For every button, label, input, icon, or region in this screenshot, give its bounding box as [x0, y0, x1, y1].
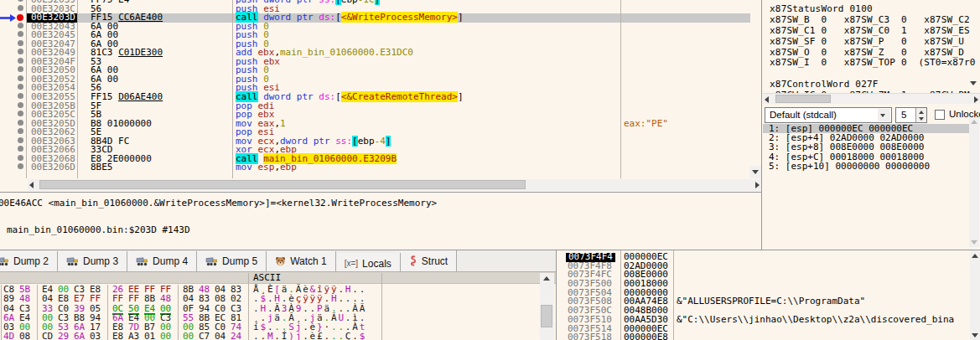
hex-byte: 08 — [19, 332, 30, 340]
dump-truck-icon — [66, 256, 79, 266]
tab-dump-4[interactable]: Dump 4 — [127, 251, 197, 272]
register-line: x87SW_O 0 x87SW_Z 0 x87SW_D — [770, 47, 980, 58]
arg-count-value: 5 — [901, 110, 906, 120]
breakpoint-dot[interactable] — [18, 128, 23, 134]
dump-icon-wrap — [66, 256, 79, 266]
hex-byte: 01 — [144, 332, 155, 340]
breakpoint-dot[interactable] — [18, 163, 23, 169]
instr-token: [ — [335, 12, 341, 23]
combo-dropdown-button[interactable] — [878, 109, 890, 121]
breakpoint-dot[interactable] — [18, 66, 23, 72]
chevron-left-icon — [29, 182, 34, 188]
watch-dog-icon — [275, 256, 286, 266]
instr-token: -4 — [375, 136, 386, 147]
column-divider[interactable] — [77, 0, 78, 178]
breakpoint-dot[interactable] — [18, 111, 23, 116]
breakpoint-dot[interactable] — [18, 93, 23, 99]
dump-vertical-scrollbar[interactable] — [540, 273, 554, 340]
breakpoint-dot[interactable] — [18, 84, 23, 90]
tab-dump-5[interactable]: Dump 5 — [197, 251, 267, 272]
registers-horizontal-scrollbar[interactable] — [763, 93, 980, 104]
stack-rows: 0073F4F4000000EC0073F4F802AD00000073F4FC… — [557, 253, 980, 340]
debugger-window: 00E32039FF75 E4push dword ptr ss:[ebp-1C… — [0, 0, 980, 340]
disasm-row[interactable]: 00E3206D8BE5mov esp,ebp — [0, 163, 761, 173]
argument-row[interactable]: 5: [esp+10] 00000000 00000000 — [763, 162, 971, 171]
stack-row[interactable]: 0073F4F802AD0000 — [557, 262, 980, 271]
tab-dump-2[interactable]: Dump 2 — [0, 251, 58, 272]
instr-token: ds: — [319, 12, 335, 23]
unlocked-checkbox[interactable] — [935, 110, 945, 120]
hex-byte: C7 — [199, 332, 210, 340]
column-divider[interactable] — [620, 0, 621, 178]
breakpoint-dot[interactable] — [18, 49, 23, 54]
tab-label: Dump 5 — [222, 255, 257, 267]
breakpoint-dot[interactable] — [18, 0, 23, 2]
stack-vertical-scrollbar[interactable] — [970, 250, 980, 340]
stack-row[interactable]: 0073F50800AA74E8&"ALLUSERSPROFILE=C:\\Pr… — [557, 297, 980, 307]
disasm-row[interactable]: 00E3205DB8 01000000mov eax,1eax:"PE" — [0, 120, 761, 129]
breakpoint-dot[interactable] — [18, 155, 23, 161]
disasm-row[interactable]: 00E32068E8 2E000000call main_bin_0106000… — [0, 155, 761, 164]
tab-watch-1[interactable]: Watch 1 — [267, 251, 336, 272]
breakpoint-dot[interactable] — [18, 58, 23, 64]
chevron-left-icon — [765, 96, 769, 103]
stack-row[interactable]: 0073F51000AA5D30&"C:\\Users\\jinhao\\Des… — [557, 316, 980, 325]
ascii-char: Ç — [345, 332, 351, 340]
breakpoint-dot[interactable] — [18, 120, 23, 126]
tab-struct[interactable]: Struct — [401, 250, 457, 271]
breakpoint-dot[interactable] — [18, 5, 23, 11]
instruction-text: call dword ptr ds:[<&WriteProcessMemory>… — [236, 13, 464, 23]
tab-bar: Dump 2Dump 3Dump 4Dump 5Watch 1[x=]Local… — [0, 250, 556, 272]
disasm-row[interactable]: 00E3205B5Fpop edi — [0, 102, 761, 111]
dump-panel: Dump 2Dump 3Dump 4Dump 5Watch 1[x=]Local… — [0, 250, 556, 340]
scrollbar-thumb[interactable] — [541, 305, 552, 327]
breakpoint-dot[interactable] — [18, 146, 23, 152]
ascii-char: . — [303, 332, 309, 340]
breakpoint-dot[interactable] — [17, 14, 23, 21]
tab-label: Struct — [422, 255, 448, 267]
instr-token: <&WriteProcessMemory> — [341, 12, 458, 23]
breakpoint-dot[interactable] — [18, 23, 23, 28]
breakpoint-dot[interactable] — [18, 102, 23, 108]
info-line-resolved-call: 00E46ACC <main_bin_01060000.&WriteProces… — [0, 198, 437, 209]
instr-token: ] — [386, 136, 391, 147]
scrollbar-thumb[interactable] — [775, 95, 831, 103]
breakpoint-dot[interactable] — [18, 40, 23, 46]
disasm-horizontal-scrollbar[interactable] — [28, 179, 761, 191]
stack-row[interactable]: 0073F514000000EC — [557, 325, 980, 334]
stack-row[interactable]: 0073F50000018000 — [557, 280, 980, 289]
argument-row[interactable]: 3: [esp+8] 008E0000 008E0000 — [763, 142, 971, 152]
disasm-vscroll-down-button[interactable] — [749, 166, 761, 178]
instruction-text: mov esp,ebp — [236, 163, 297, 173]
ascii-char: . — [331, 332, 337, 340]
instr-token: main_bin_01060000.E31DC0 — [280, 47, 413, 58]
calling-convention-select[interactable]: Default (stdcall) — [765, 107, 892, 123]
arg-count-spinner[interactable]: 5 — [895, 107, 927, 123]
scrollbar-thumb[interactable] — [39, 180, 526, 189]
tab-locals[interactable]: [x=]Locals — [336, 253, 401, 272]
comment-token: eax:"PE" — [624, 118, 668, 129]
breakpoint-dot[interactable] — [18, 31, 23, 37]
disasm-row[interactable]: 00E32055FF15 D06AE400call dword ptr ds:[… — [0, 93, 761, 102]
column-divider[interactable] — [232, 0, 233, 178]
stack-row[interactable]: 0073F4FC008E0000 — [557, 270, 980, 280]
column-divider[interactable] — [26, 0, 27, 178]
stack-row[interactable]: 0073F518000000E8 — [557, 333, 980, 340]
instr-token: [ — [352, 136, 358, 147]
disasm-row[interactable]: 00E320638B4D FCmov ecx,dword ptr ss:[ebp… — [0, 137, 761, 147]
breakpoint-dot[interactable] — [18, 75, 23, 81]
stack-address: 0073F518 — [568, 333, 612, 340]
ascii-char: è — [310, 332, 316, 340]
disasm-row[interactable]: 00E3204981C3 C01DE300add ebx,main_bin_01… — [0, 49, 761, 58]
hex-byte: 00 — [183, 332, 194, 340]
disasm-row[interactable]: 00E320526A 00push 0 — [0, 75, 761, 85]
spinner-buttons[interactable] — [915, 108, 926, 122]
tab-dump-3[interactable]: Dump 3 — [58, 251, 127, 272]
registers-scroll-down-icon[interactable] — [970, 81, 977, 85]
breakpoint-dot[interactable] — [18, 137, 23, 143]
chevron-up-icon — [972, 254, 978, 258]
stack-row[interactable]: 0073F4F4000000EC — [557, 253, 980, 262]
register-line: x87StatusWord 0100 — [770, 3, 980, 14]
arguments-vertical-scrollbar[interactable] — [969, 117, 979, 247]
ascii-char: . — [253, 332, 259, 340]
